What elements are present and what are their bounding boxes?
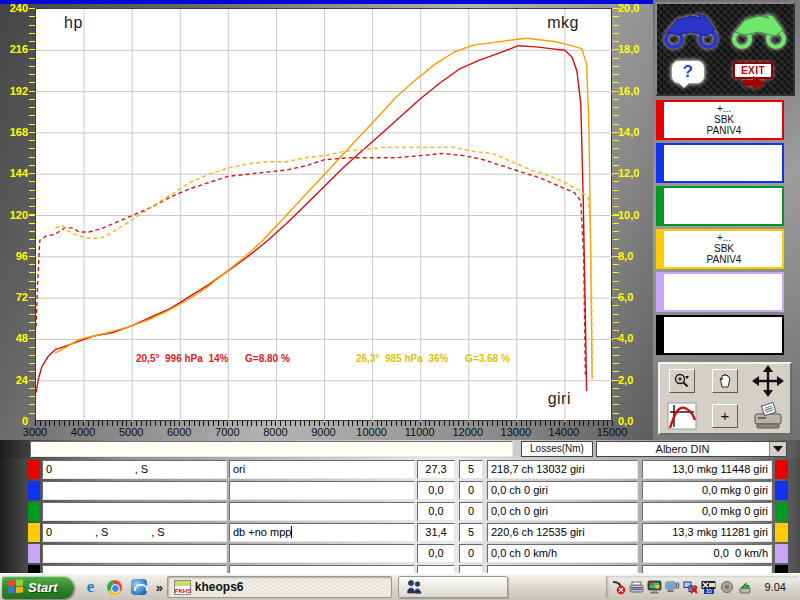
giri-unit-label: giri bbox=[548, 390, 571, 408]
run-name-field[interactable] bbox=[42, 544, 227, 563]
blocked-download-icon[interactable] bbox=[611, 579, 627, 595]
magnifier-plus-icon bbox=[673, 372, 691, 390]
blue-motorcycle-icon[interactable] bbox=[661, 8, 721, 50]
legend-box-red[interactable]: +...SBKPANIV4 bbox=[656, 100, 784, 140]
power-red-ori bbox=[36, 46, 587, 393]
runs-table: 0 , S ori 27,3 5 218,7 ch 13032 giri 13,… bbox=[0, 458, 800, 573]
shaft-selected-value: Albero DIN bbox=[597, 442, 768, 456]
dyno-chart-panel: 240216192168144120967248240 20,018,016,0… bbox=[0, 0, 653, 440]
legend-box-black[interactable] bbox=[656, 315, 784, 355]
run-temp-field[interactable]: 0,0 bbox=[417, 544, 455, 563]
help-button[interactable]: ? bbox=[671, 60, 705, 90]
window-top-edge bbox=[0, 0, 653, 4]
network-error-icon[interactable] bbox=[683, 579, 699, 595]
volume-muted-icon[interactable] bbox=[719, 579, 735, 595]
run-gear-field[interactable] bbox=[459, 565, 483, 573]
pan-tool-button[interactable] bbox=[712, 369, 738, 393]
curve-display-tool[interactable] bbox=[667, 402, 697, 430]
display-settings-icon[interactable] bbox=[647, 579, 663, 595]
messenger-icon[interactable] bbox=[130, 578, 148, 596]
row-color-stripe bbox=[775, 481, 788, 500]
run-gear-field[interactable]: 0 bbox=[459, 481, 483, 500]
run-temp-field[interactable]: 0,0 bbox=[417, 481, 455, 500]
legend-box-blue[interactable] bbox=[656, 143, 784, 183]
run-temp-field[interactable] bbox=[417, 565, 455, 573]
run-gear-field[interactable]: 5 bbox=[459, 460, 483, 479]
plot-area[interactable]: hp mkg giri 20,5° 996 hPa 14% G=8.80 % 2… bbox=[35, 8, 612, 421]
mkg-axis-labels: 20,018,016,014,012,010,08,06,04,02,00,0 bbox=[617, 0, 653, 440]
scanner-icon[interactable] bbox=[629, 579, 645, 595]
legend-color-stripe bbox=[656, 100, 664, 140]
run-comment-field[interactable] bbox=[229, 544, 415, 563]
start-button[interactable]: Start bbox=[2, 576, 74, 599]
run-max-power bbox=[487, 565, 638, 573]
taskbar-window-2[interactable] bbox=[398, 576, 508, 598]
run-comment-field[interactable] bbox=[229, 502, 415, 521]
run-name-field[interactable]: 0 , S bbox=[42, 460, 227, 479]
windows-logo-icon bbox=[8, 579, 24, 594]
row-color-stripe bbox=[28, 460, 40, 479]
run-max-torque: 13,3 mkg 11281 giri bbox=[642, 523, 772, 542]
hp-axis-labels: 240216192168144120967248240 bbox=[0, 0, 30, 440]
run-legend-list: +...SBKPANIV4 +...SBKPANIV4 bbox=[656, 100, 784, 358]
exit-button[interactable]: EXIT bbox=[733, 60, 779, 90]
row-color-stripe bbox=[28, 565, 40, 573]
run-max-torque: 0,0 0 km/h bbox=[642, 544, 772, 563]
audio-device-icon[interactable] bbox=[665, 579, 681, 595]
browser-icon[interactable] bbox=[106, 578, 124, 596]
run-gear-field[interactable]: 0 bbox=[459, 502, 483, 521]
toolbar-overflow-chevron[interactable]: » bbox=[156, 580, 163, 595]
table-row: 0 , S ori 27,3 5 218,7 ch 13032 giri 13,… bbox=[0, 460, 800, 479]
safely-remove-hardware-icon[interactable] bbox=[737, 579, 753, 595]
legend-box-green[interactable] bbox=[656, 186, 784, 226]
run-name-field[interactable]: 0 , S , S bbox=[42, 523, 227, 542]
run-name-field[interactable] bbox=[42, 502, 227, 521]
run-comment-field[interactable]: db +no mpp bbox=[229, 523, 415, 542]
table-row: 0,0 0 0,0 ch 0 giri 0,0 mkg 0 giri bbox=[0, 481, 800, 500]
shaft-select[interactable]: Albero DIN bbox=[596, 441, 787, 457]
curve-chart-icon bbox=[667, 402, 697, 430]
run-gear-field[interactable]: 0 bbox=[459, 544, 483, 563]
run-max-power: 0,0 ch 0 giri bbox=[487, 481, 638, 500]
taskbar: Start e » FKHS kheops6 bbox=[0, 573, 800, 600]
run-comment-field[interactable]: ori bbox=[229, 460, 415, 479]
taskbar-window-kheops6[interactable]: FKHS kheops6 bbox=[167, 576, 392, 598]
taskbar-clock: 9.04 bbox=[755, 581, 794, 593]
run-temp-field[interactable]: 31,4 bbox=[417, 523, 455, 542]
legend-box-purple[interactable] bbox=[656, 272, 784, 312]
legend-color-stripe bbox=[656, 315, 664, 355]
row-color-stripe bbox=[28, 544, 40, 563]
row-color-stripe bbox=[28, 523, 40, 542]
run-name-field[interactable] bbox=[42, 565, 227, 573]
run-gear-field[interactable]: 5 bbox=[459, 523, 483, 542]
print-button[interactable] bbox=[751, 402, 785, 430]
weather-annotation-yellow: 26,3° 985 hPa 36% G=3.68 % bbox=[356, 353, 510, 364]
xear3d-audio-icon[interactable]: 3D bbox=[701, 579, 717, 595]
run-temp-field[interactable]: 27,3 bbox=[417, 460, 455, 479]
dyno-curves bbox=[36, 9, 613, 422]
run-name-field[interactable] bbox=[42, 481, 227, 500]
question-mark-icon: ? bbox=[671, 60, 705, 84]
add-tool-button[interactable]: + bbox=[712, 404, 738, 428]
dropdown-arrow-icon[interactable] bbox=[769, 442, 786, 456]
pawns-app-icon bbox=[405, 579, 423, 595]
zoom-tool-button[interactable] bbox=[669, 369, 695, 393]
green-motorcycle-icon[interactable] bbox=[729, 8, 789, 50]
row-color-stripe bbox=[775, 523, 788, 542]
printer-icon bbox=[751, 402, 785, 430]
run-comment-field[interactable] bbox=[229, 565, 415, 573]
move-tool[interactable] bbox=[751, 364, 785, 398]
text-caret bbox=[291, 526, 292, 538]
row-color-stripe bbox=[28, 481, 40, 500]
row-color-stripe bbox=[28, 502, 40, 521]
run-note-input[interactable] bbox=[30, 441, 513, 457]
sidebar: ? EXIT +...SBKPANIV4 bbox=[653, 0, 800, 440]
internet-explorer-icon[interactable]: e bbox=[82, 578, 100, 596]
torque-yellow-db bbox=[55, 147, 592, 370]
system-tray: 3D 9.04 bbox=[606, 576, 798, 598]
run-max-power: 0,0 ch 0 giri bbox=[487, 502, 638, 521]
legend-box-yellow[interactable]: +...SBKPANIV4 bbox=[656, 229, 784, 269]
run-comment-field[interactable] bbox=[229, 481, 415, 500]
run-temp-field[interactable]: 0,0 bbox=[417, 502, 455, 521]
hp-unit-label: hp bbox=[64, 14, 83, 32]
